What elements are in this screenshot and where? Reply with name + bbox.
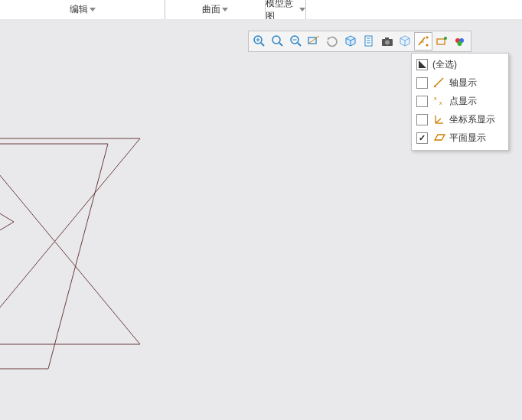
- toolbar-btn-datum-display[interactable]: x: [414, 32, 432, 50]
- model-wireframe: [0, 19, 199, 402]
- toolbar-btn-annotation-display[interactable]: [432, 32, 451, 50]
- snapshot-icon: [380, 34, 394, 48]
- menu-edit-label: 编辑: [70, 3, 88, 16]
- toolbar-btn-layers[interactable]: [396, 32, 415, 50]
- svg-line-9: [279, 43, 282, 46]
- svg-point-29: [426, 44, 429, 47]
- dropdown-icon: [299, 8, 305, 11]
- dropdown-icon: [90, 8, 96, 11]
- menu-model-intent[interactable]: 模型意图: [266, 0, 306, 19]
- panel-row-select-all[interactable]: (全选): [412, 55, 508, 73]
- datum-display-icon: x: [416, 34, 430, 48]
- checkbox-point[interactable]: [416, 96, 428, 107]
- svg-line-41: [436, 119, 441, 123]
- svg-point-31: [444, 37, 447, 40]
- menu-surface[interactable]: 曲面: [165, 0, 266, 19]
- view-toolbar: x: [248, 31, 471, 52]
- spin-center-icon: [453, 34, 467, 48]
- svg-point-23: [385, 41, 390, 45]
- svg-line-0: [0, 138, 140, 344]
- svg-text:x: x: [434, 96, 437, 101]
- menu-surface-label: 曲面: [202, 3, 220, 16]
- datum-display-dropdown: (全选) 轴显示xx点显示坐标系显示平面显示: [411, 53, 509, 151]
- svg-point-8: [272, 36, 280, 44]
- saved-views-icon: [362, 34, 376, 48]
- svg-line-35: [435, 78, 443, 86]
- panel-row-plane[interactable]: 平面显示: [412, 129, 508, 147]
- toolbar-btn-zoom-in[interactable]: [269, 32, 287, 50]
- svg-line-1: [0, 138, 140, 344]
- toolbar-btn-zoom-window[interactable]: [305, 32, 323, 50]
- svg-line-11: [298, 43, 301, 46]
- panel-label-select-all: (全选): [432, 58, 504, 71]
- zoom-window-icon: [307, 34, 321, 48]
- toolbar-btn-zoom-out[interactable]: [287, 32, 305, 50]
- main-menu-bar: 编辑 曲面 模型意图: [0, 0, 522, 20]
- svg-point-28: [426, 37, 429, 39]
- checkbox-axis[interactable]: [416, 77, 428, 89]
- menu-spacer: [306, 0, 522, 19]
- panel-row-csys[interactable]: 坐标系显示: [412, 110, 508, 129]
- menu-edit[interactable]: 编辑: [0, 0, 165, 19]
- svg-point-36: [434, 86, 436, 88]
- panel-label-axis: 轴显示: [449, 77, 504, 90]
- zoom-fit-icon: [253, 34, 266, 48]
- toolbar-btn-spin-center[interactable]: [451, 32, 469, 50]
- view-orientation-icon: [344, 34, 357, 48]
- panel-row-point[interactable]: xx点显示: [412, 92, 508, 110]
- svg-rect-22: [385, 37, 389, 40]
- toolbar-btn-saved-views[interactable]: [360, 32, 378, 50]
- zoom-out-icon: [289, 34, 303, 48]
- csys-icon: [432, 112, 446, 126]
- checkbox-select-all[interactable]: [416, 59, 428, 70]
- layers-icon: [398, 34, 412, 48]
- svg-text:x: x: [422, 39, 424, 44]
- svg-line-5: [261, 43, 264, 46]
- dropdown-icon: [222, 8, 228, 11]
- panel-row-axis[interactable]: 轴显示: [412, 73, 508, 92]
- axis-icon: [432, 76, 446, 90]
- annotation-display-icon: [435, 34, 449, 48]
- toolbar-btn-view-orientation[interactable]: [341, 32, 360, 50]
- toolbar-btn-refit[interactable]: [323, 32, 341, 50]
- checkbox-plane[interactable]: [416, 132, 428, 144]
- plane-icon: [432, 131, 446, 145]
- point-icon: xx: [432, 94, 446, 108]
- svg-rect-30: [437, 39, 445, 44]
- svg-marker-42: [435, 135, 445, 140]
- zoom-in-icon: [271, 34, 285, 48]
- refit-icon: [325, 34, 339, 48]
- panel-label-csys: 坐标系显示: [449, 113, 504, 126]
- toolbar-btn-snapshot[interactable]: [378, 32, 396, 50]
- panel-label-plane: 平面显示: [449, 132, 504, 145]
- toolbar-btn-zoom-fit[interactable]: [250, 32, 269, 50]
- panel-label-point: 点显示: [449, 95, 504, 108]
- svg-text:x: x: [439, 100, 442, 106]
- checkbox-csys[interactable]: [416, 114, 428, 125]
- svg-point-34: [458, 41, 462, 46]
